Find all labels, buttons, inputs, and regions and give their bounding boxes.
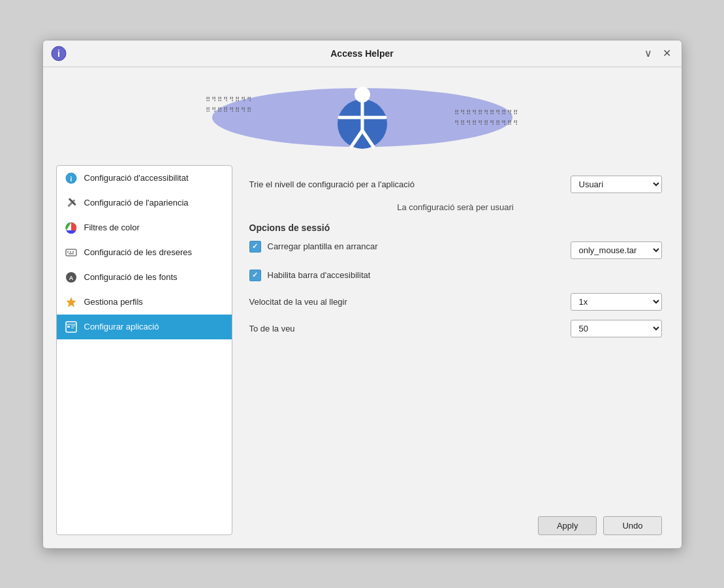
session-options-title: Opcions de sessió (249, 223, 662, 233)
config-level-row: Trie el nivell de configuració per a l'a… (249, 176, 662, 193)
color-circle-icon (65, 221, 78, 234)
sidebar-item-label: Configuració de les dreseres (84, 247, 192, 257)
main-window: i Access Helper ∨ ✕ ⠿⠻⠿⠻⠻⠿⠻⠻ ⠿⠻⠿⠿⠻⠿⠻⠿ (42, 40, 682, 549)
banner-inner: ⠿⠻⠿⠻⠻⠿⠻⠻ ⠿⠻⠿⠿⠻⠿⠻⠿ (206, 75, 519, 160)
sidebar-item-fonts-config[interactable]: A Configuració de les fonts (57, 265, 232, 290)
window-controls: ∨ ✕ (642, 46, 674, 61)
voice-speed-label: Velocitat de la veu al llegir (249, 297, 565, 307)
sidebar-item-label: Gestiona perfils (84, 297, 143, 307)
voice-tone-row: To de la veu 50 25 75 100 (249, 320, 662, 337)
svg-rect-16 (72, 251, 74, 253)
sidebar-item-appearance-config[interactable]: Configuració de l'apariencia (57, 191, 232, 215)
svg-text:i: i (57, 48, 60, 59)
braille-dots-right: ⠿⠻⠿⠻⠿⠻⠿⠻⠿⠻⠿ ⠻⠿⠻⠿⠻⠿⠻⠿⠻⠿⠻ (454, 108, 519, 129)
apply-button[interactable]: Apply (538, 516, 597, 535)
braille-dots-left: ⠿⠻⠿⠻⠻⠿⠻⠻ ⠿⠻⠿⠿⠻⠿⠻⠿ (206, 95, 253, 116)
sidebar-item-accessibility-config[interactable]: i Configuració d'accessibilitat (57, 166, 232, 191)
svg-text:i: i (70, 175, 72, 182)
close-button[interactable]: ✕ (660, 46, 674, 61)
undo-button[interactable]: Undo (603, 516, 661, 535)
svg-rect-13 (66, 249, 76, 256)
font-gear-icon: A (65, 271, 78, 284)
svg-rect-24 (71, 326, 75, 326)
footer-buttons: Apply Undo (243, 510, 669, 535)
app-icon: i (51, 46, 67, 61)
sidebar-item-label: Configuració de les fonts (84, 272, 178, 282)
accessibility-figure (333, 82, 392, 153)
svg-rect-14 (67, 251, 69, 253)
sidebar-item-manage-profiles[interactable]: Gestiona perfils (57, 290, 232, 315)
load-template-label: Carregar plantilla en arrancar (268, 241, 378, 251)
sidebar-item-configure-app[interactable]: Configurar aplicació (57, 315, 232, 339)
sidebar-item-label: Configuració d'accessibilitat (84, 173, 189, 183)
svg-rect-15 (70, 251, 71, 253)
sidebar: i Configuració d'accessibilitat Configur… (56, 165, 232, 535)
svg-rect-23 (67, 326, 70, 328)
sidebar-item-shortcuts-config[interactable]: Configuració de les dreseres (57, 240, 232, 265)
load-template-checkbox-row: Carregar plantilla en arrancar (249, 241, 378, 253)
svg-marker-20 (67, 298, 76, 307)
load-template-row: Carregar plantilla en arrancar only_mous… (249, 241, 662, 260)
svg-text:A: A (69, 275, 73, 281)
keyboard-icon (65, 246, 78, 259)
config-level-select[interactable]: Usuari Sistema (571, 176, 662, 193)
sidebar-item-color-filters[interactable]: Filtres de color (57, 215, 232, 240)
enable-bar-checkbox[interactable] (249, 270, 261, 281)
banner: ⠿⠻⠿⠻⠻⠿⠻⠻ ⠿⠻⠿⠿⠻⠿⠻⠿ (43, 67, 682, 165)
profile-star-icon (65, 296, 78, 309)
svg-rect-17 (69, 253, 74, 255)
main-content: i Configuració d'accessibilitat Configur… (43, 165, 682, 548)
voice-tone-select[interactable]: 50 25 75 100 (571, 320, 662, 337)
app-config-icon (65, 320, 78, 333)
sidebar-item-label: Configuració de l'apariencia (84, 198, 189, 208)
voice-speed-select[interactable]: 1x 0.5x 1.5x 2x (571, 293, 662, 311)
svg-rect-25 (71, 328, 74, 328)
enable-bar-row: Habilita barra d'accesibilitat (249, 270, 662, 281)
load-template-select[interactable]: only_mouse.tar default.tar custom.tar (571, 241, 662, 259)
titlebar: i Access Helper ∨ ✕ (43, 40, 682, 67)
info-circle-icon: i (65, 172, 78, 185)
load-template-checkbox[interactable] (249, 241, 261, 253)
minimize-button[interactable]: ∨ (642, 46, 655, 61)
window-title: Access Helper (330, 48, 394, 59)
sidebar-item-label: Configurar aplicació (84, 322, 159, 332)
sidebar-item-label: Filtres de color (84, 223, 140, 232)
pen-ruler-icon (65, 196, 78, 209)
content-panel: Trie el nivell de configuració per a l'a… (243, 165, 669, 535)
voice-tone-label: To de la veu (249, 324, 565, 333)
config-level-desc: La configuració serà per usuari (249, 202, 662, 212)
content-inner: Trie el nivell de configuració per a l'a… (243, 165, 669, 510)
voice-speed-row: Velocitat de la veu al llegir 1x 0.5x 1.… (249, 293, 662, 311)
config-level-label: Trie el nivell de configuració per a l'a… (249, 179, 565, 189)
enable-bar-label: Habilita barra d'accesibilitat (268, 270, 371, 280)
